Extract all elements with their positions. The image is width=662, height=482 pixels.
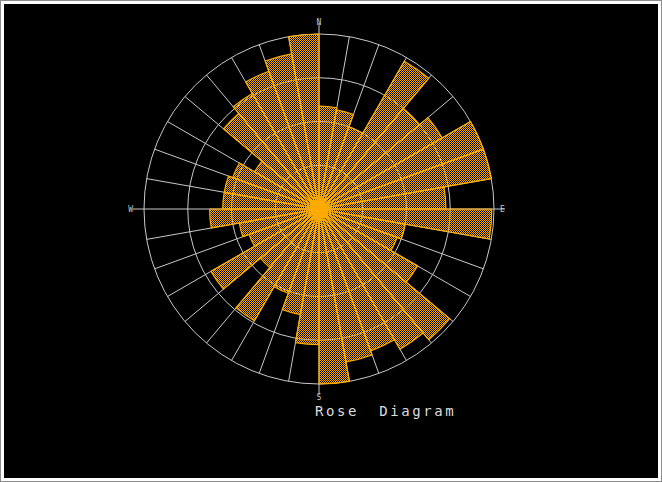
compass-label-south: S (317, 393, 322, 402)
screenshot-frame: NESW Rose Diagram (0, 0, 662, 482)
chart-title: Rose Diagram (315, 403, 456, 419)
compass-label-east: E (500, 205, 505, 214)
compass-label-west: W (128, 205, 133, 214)
compass-label-north: N (317, 18, 322, 27)
center-disk (311, 201, 328, 218)
